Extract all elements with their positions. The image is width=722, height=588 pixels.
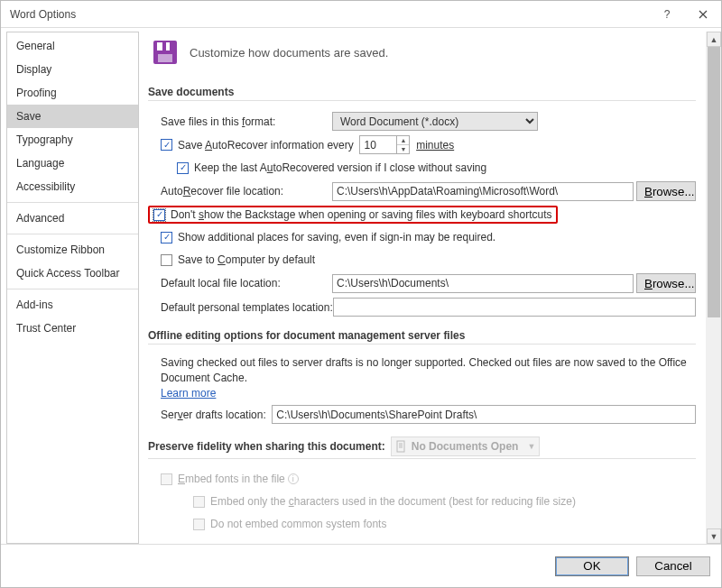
dialog-footer: OK Cancel [1,544,721,587]
sidebar-item-advanced[interactable]: Advanced [7,207,138,230]
row-save-to-computer: ✓ Save to Computer by default [148,251,696,269]
page-header: Customize how documents are saved. [148,35,696,73]
close-icon [699,10,708,19]
page-header-text: Customize how documents are saved. [190,46,388,60]
sidebar-item-add-ins[interactable]: Add-ins [7,293,138,317]
section-preserve-fidelity: Preserve fidelity when sharing this docu… [148,436,696,459]
sidebar-divider [7,234,138,234]
scroll-thumb[interactable] [708,47,720,317]
row-default-local-location: Default local file location: Browse... [148,273,696,293]
svg-rect-3 [158,54,172,62]
close-button[interactable] [685,1,721,28]
options-panel: Customize how documents are saved. Save … [139,28,721,544]
row-server-drafts-location: Server drafts location: [148,405,696,424]
dialog-body: General Display Proofing Save Typography… [1,28,721,544]
info-icon: i [288,473,299,484]
label-autorecover: Save AutoRecover information every [178,139,354,152]
label-no-embed-common: Do not embed common system fonts [210,518,386,530]
label-default-templates-location: Default personal templates location: [161,301,333,314]
label-save-format: Save files in this format: [161,115,332,128]
highlight-dont-show-backstage: ✓ Don't show the Backstage when opening … [148,206,558,224]
checkbox-save-to-computer[interactable]: ✓ [161,254,172,266]
row-no-embed-common: ✓ Do not embed common system fonts [148,515,696,533]
row-embed-fonts: ✓ EEmbed fonts in the filembed fonts in … [148,470,696,488]
sidebar-item-language[interactable]: Language [7,152,138,175]
checkbox-show-additional-places[interactable]: ✓ [161,232,172,243]
sidebar-item-customize-ribbon[interactable]: Customize Ribbon [7,238,138,262]
vertical-scrollbar[interactable]: ▲ ▼ [706,32,721,544]
checkbox-keep-last[interactable]: ✓ [177,162,189,174]
scroll-track[interactable] [707,47,721,528]
offline-notice: Saving checked out files to server draft… [148,355,696,400]
checkbox-dont-show-backstage[interactable]: ✓ [153,209,165,221]
options-content: Customize how documents are saved. Save … [148,35,716,544]
sidebar-item-accessibility[interactable]: Accessibility [7,175,138,198]
input-default-templates-location[interactable] [333,298,696,317]
spin-autorecover-minutes[interactable]: ▲▼ [359,135,410,154]
svg-rect-4 [397,441,404,452]
row-autorecover-toggle: ✓ Save AutoRecover information every ▲▼ … [148,135,696,154]
row-default-templates-location: Default personal templates location: [148,298,696,317]
label-minutes: minutes [416,139,454,152]
sidebar-divider [7,202,138,203]
row-save-format: Save files in this format: Word Document… [148,112,696,131]
label-show-additional-places: Show additional places for saving, even … [178,231,495,243]
category-sidebar: General Display Proofing Save Typography… [6,32,139,544]
sidebar-item-proofing[interactable]: Proofing [7,81,138,105]
sidebar-item-typography[interactable]: Typography [7,128,138,152]
row-show-additional-places: ✓ Show additional places for saving, eve… [148,228,696,246]
sidebar-item-trust-center[interactable]: Trust Center [7,317,138,340]
input-default-local-location[interactable] [332,274,634,293]
label-keep-last: Keep the last AutoRecovered version if I… [194,161,486,174]
input-server-drafts-location[interactable] [272,405,696,424]
title-bar: Word Options ? [1,1,721,28]
checkbox-embed-characters: ✓ [193,496,205,508]
label-server-drafts-location: Server drafts location: [161,409,269,421]
sidebar-item-quick-access-toolbar[interactable]: Quick Access Toolbar [7,262,138,285]
label-embed-characters: Embed only the characters used in the do… [210,495,576,508]
browse-default-local-button[interactable]: Browse... [636,273,696,293]
row-keep-last: ✓ Keep the last AutoRecovered version if… [148,159,696,177]
section-save-documents: Save documents [148,86,696,101]
sidebar-item-save[interactable]: Save [7,105,138,128]
input-autorecover-minutes[interactable] [360,136,396,153]
combo-preserve-document[interactable]: No Documents Open ▼ [391,436,541,456]
svg-rect-2 [162,42,166,51]
sidebar-item-general[interactable]: General [7,34,138,58]
row-embed-characters: ✓ Embed only the characters used in the … [148,492,696,510]
checkbox-embed-fonts: ✓ [161,473,172,485]
sidebar-item-display[interactable]: Display [7,58,138,81]
spin-buttons[interactable]: ▲▼ [396,136,409,153]
label-save-to-computer: Save to Computer by default [178,253,315,266]
label-default-local-location: Default local file location: [161,277,332,289]
input-autorecover-location[interactable] [332,182,634,201]
label-dont-show-backstage: Don't show the Backstage when opening or… [171,208,552,221]
label-autorecover-location: AutoRecover file location: [161,185,332,198]
browse-autorecover-button[interactable]: BBrowse...rowse... [636,181,696,201]
row-dont-show-backstage: ✓ Don't show the Backstage when opening … [148,206,696,224]
sidebar-divider [7,289,138,289]
ok-button[interactable]: OK [555,556,629,576]
row-autorecover-location: AutoRecover file location: BBrowse...row… [148,181,696,201]
learn-more-link[interactable]: Learn more [161,387,216,400]
checkbox-autorecover[interactable]: ✓ [161,139,172,151]
label-embed-fonts: EEmbed fonts in the filembed fonts in th… [178,473,285,485]
window-title: Word Options [10,8,649,21]
scroll-down-button[interactable]: ▼ [707,528,721,544]
section-offline-editing: Offline editing options for document man… [148,329,696,345]
cancel-button[interactable]: Cancel [636,556,710,576]
scroll-up-button[interactable]: ▲ [707,32,721,47]
save-floppy-icon [152,39,179,66]
checkbox-no-embed-common: ✓ [193,519,205,530]
help-button[interactable]: ? [649,1,685,28]
document-icon [395,440,408,453]
chevron-down-icon: ▼ [527,442,535,451]
select-save-format[interactable]: Word Document (*.docx) [332,112,538,131]
